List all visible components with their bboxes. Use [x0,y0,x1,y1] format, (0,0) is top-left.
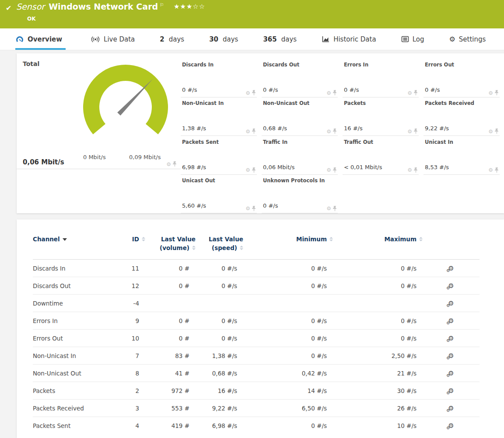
channel-table: ChannelIDLast Value(volume)Last Value(sp… [33,235,480,435]
flag-icon[interactable]: ⚐ [160,2,164,8]
tab-days-2[interactable]: 2days [160,28,184,50]
column-header-minimum[interactable]: Minimum [243,235,333,260]
column-header-channel[interactable]: Channel [33,235,112,260]
cell-actions: ⚙⚙ [423,382,480,400]
pin-icon[interactable] [332,129,337,134]
tab-historic-data[interactable]: Historic Data [322,28,376,50]
gauge-cell-non-unicast-out[interactable]: Non-Unicast Out0,68 #/s⚙ [262,97,343,136]
cell-actions: ⚙⚙ [423,400,480,417]
cell-channel: Errors Out [33,330,112,347]
gauge-cell-non-unicast-in[interactable]: Non-Unicast In1,38 #/s⚙ [181,97,262,136]
channel-settings-gear-icon[interactable]: ⚙⚙ [448,353,454,359]
cell-minimum: 0 #/s [243,417,333,435]
channel-settings-gear-icon[interactable]: ⚙⚙ [448,370,454,377]
total-gauge [77,61,174,144]
column-header-last-value[interactable]: Last Value(volume) [145,235,196,260]
gear-icon[interactable]: ⚙ [245,90,250,96]
pin-icon[interactable] [413,129,418,134]
pin-icon[interactable] [332,206,337,212]
pin-icon[interactable] [252,90,256,96]
cell-last-speed: 1,38 #/s [196,347,243,365]
gauge-cell-packets-received[interactable]: Packets Received9,22 #/s⚙ [424,97,504,136]
gear-icon[interactable]: ⚙ [488,129,493,134]
gauge-cell-unknown-protocols-in[interactable]: Unknown Protocols In0 #/s⚙ [262,175,343,213]
pin-icon[interactable] [252,206,256,212]
column-header-maximum[interactable]: Maximum [333,235,423,260]
column-label: Last Value [209,236,243,243]
table-row: Downtime-4⚙⚙ [33,295,480,312]
gear-icon[interactable]: ⚙ [245,206,250,211]
gauge-value: 0 #/s [344,87,359,93]
tab-days-30[interactable]: 30days [209,28,238,50]
gear-icon[interactable]: ⚙ [326,129,331,134]
rating-stars[interactable]: ★★★☆☆ [174,3,205,10]
channel-settings-gear-icon[interactable]: ⚙⚙ [448,423,454,429]
pin-icon[interactable] [252,167,256,173]
column-header-last-value[interactable]: Last Value(speed) [196,235,243,260]
gauge-cell-traffic-out[interactable]: Traffic Out< 0,01 Mbit/s⚙ [343,136,424,175]
tab-number: 30 [209,35,218,43]
channel-settings-gear-icon[interactable]: ⚙⚙ [448,335,454,342]
cell-last-volume: 83 # [145,347,196,365]
channel-settings-gear-icon[interactable]: ⚙⚙ [448,283,454,289]
gear-icon[interactable]: ⚙ [245,167,250,173]
divider [262,213,338,213]
pin-icon[interactable] [494,129,499,134]
pin-icon[interactable] [172,161,177,167]
gauge-cell-discards-in[interactable]: Discards In0 #/s⚙ [181,59,262,97]
gauge-cell-icons: ⚙ [326,129,337,134]
gear-icon[interactable]: ⚙ [326,167,331,173]
gear-icon[interactable]: ⚙ [488,90,493,96]
gear-icon[interactable]: ⚙ [245,129,250,134]
channel-settings-gear-icon[interactable]: ⚙⚙ [448,318,454,324]
column-header-id[interactable]: ID [112,235,145,260]
gauges-panel: Total 0 Mbit/s 0,09 Mbit/s 0,06 Mbit/s ⚙… [17,53,504,213]
gauge-cell-traffic-in[interactable]: Traffic In0,06 Mbit/s⚙ [262,136,343,175]
tab-days-365[interactable]: 365days [263,28,297,50]
pin-icon[interactable] [413,167,418,173]
gauge-cell-unicast-in[interactable]: Unicast In8,53 #/s⚙ [424,136,504,175]
tab-live-data[interactable]: Live Data [91,28,135,50]
gear-icon[interactable]: ⚙ [326,90,331,96]
pin-icon[interactable] [332,90,337,96]
gauge-value: 0 #/s [425,87,440,93]
pin-icon[interactable] [332,167,337,173]
gauge-label: Errors In [344,62,368,68]
cell-channel: Packets Received [33,400,112,417]
gear-icon[interactable]: ⚙ [166,162,171,167]
pin-icon[interactable] [252,129,256,134]
gear-icon[interactable]: ⚙ [407,90,412,96]
cell-channel: Discards In [33,260,112,277]
channel-settings-gear-icon[interactable]: ⚙⚙ [448,300,454,307]
channel-settings-gear-icon[interactable]: ⚙⚙ [448,405,454,412]
channel-settings-gear-icon[interactable]: ⚙⚙ [448,265,454,272]
pin-icon[interactable] [494,90,499,96]
gear-icon[interactable]: ⚙ [326,206,331,211]
divider [424,174,500,175]
cell-minimum: 0 #/s [243,260,333,277]
tab-settings[interactable]: ⚙Settings [449,28,486,50]
gauge-cell-icons: ⚙ [245,90,256,96]
gauge-label: Packets Sent [182,139,219,145]
gauge-cell-packets-sent[interactable]: Packets Sent6,98 #/s⚙ [181,136,262,175]
pin-icon[interactable] [413,90,418,96]
table-row: Discards Out120 #0 #/s0 #/s0 #/s⚙⚙ [33,277,480,295]
gear-icon[interactable]: ⚙ [488,167,493,173]
gear-icon[interactable]: ⚙ [407,167,412,173]
cell-minimum: 0 #/s [243,312,333,330]
gauge-label: Unicast In [425,139,453,145]
gear-icon[interactable]: ⚙ [407,129,412,134]
pin-icon[interactable] [494,167,499,173]
gauge-cell-discards-out[interactable]: Discards Out0 #/s⚙ [262,59,343,97]
tab-log[interactable]: Log [401,28,424,50]
gauge-cell-errors-in[interactable]: Errors In0 #/s⚙ [343,59,424,97]
gauge-cell-errors-out[interactable]: Errors Out0 #/s⚙ [424,59,504,97]
gauge-label: Non-Unicast Out [263,100,309,106]
total-gauge-cell[interactable]: Total 0 Mbit/s 0,09 Mbit/s 0,06 Mbit/s ⚙ [17,53,181,169]
cell-last-volume: 0 # [145,260,196,277]
gauge-cell-unicast-out[interactable]: Unicast Out5,60 #/s⚙ [181,175,262,213]
column-label: Minimum [296,236,327,243]
tab-overview[interactable]: Overview [15,28,66,50]
channel-settings-gear-icon[interactable]: ⚙⚙ [448,388,454,394]
gauge-cell-packets[interactable]: Packets16 #/s⚙ [343,97,424,136]
